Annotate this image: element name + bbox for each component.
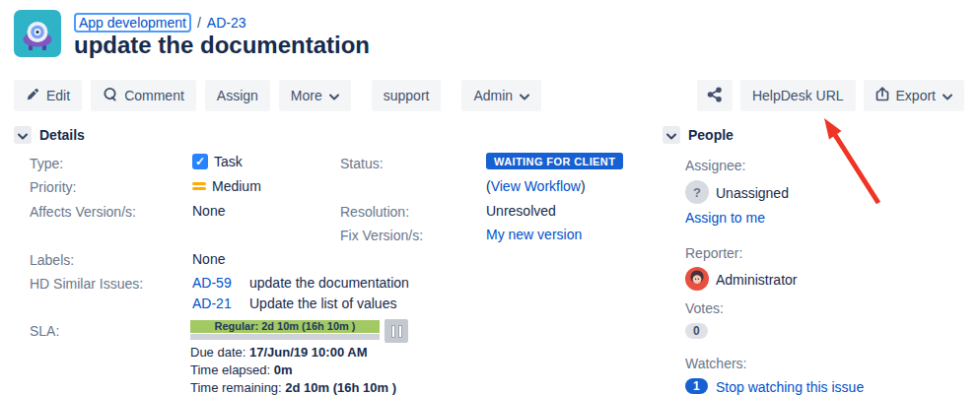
people-section-header: People: [663, 126, 734, 144]
admin-button[interactable]: Admin: [461, 80, 541, 111]
export-button-label: Export: [896, 88, 936, 103]
votes-count-badge[interactable]: 0: [685, 323, 708, 339]
time-remaining-row: Time remaining: 2d 10m (16h 10m ): [190, 380, 396, 395]
assign-button-label: Assign: [217, 88, 258, 103]
collapse-people-button[interactable]: [663, 126, 680, 144]
watchers-label: Watchers:: [685, 356, 747, 371]
comment-button[interactable]: Comment: [91, 80, 196, 111]
chevron-down-icon: [520, 88, 529, 103]
time-remaining-value: 2d 10m (16h 10m ): [285, 380, 396, 395]
due-date-row: Due date: 17/Jun/19 10:00 AM: [190, 345, 367, 360]
chevron-down-icon: [666, 126, 676, 144]
stop-watching-link[interactable]: Stop watching this issue: [716, 379, 864, 395]
reporter-value: Administrator: [716, 272, 797, 288]
view-workflow: (View Workflow): [486, 178, 586, 194]
sla-pause-icon[interactable]: [385, 319, 408, 343]
collapse-details-button[interactable]: [14, 126, 32, 144]
chevron-down-icon: [943, 88, 952, 103]
similar-issue-summary: update the documentation: [249, 275, 409, 291]
fix-version-link[interactable]: My new version: [486, 227, 582, 242]
assign-to-me-link[interactable]: Assign to me: [685, 210, 765, 226]
view-workflow-link[interactable]: View Workflow: [491, 178, 581, 194]
status-label: Status:: [340, 156, 384, 171]
affects-version-label: Affects Version/s:: [30, 204, 136, 220]
type-value: ✓ Task: [192, 154, 243, 169]
unassigned-avatar-icon: ?: [685, 180, 709, 204]
affects-version-value: None: [192, 203, 225, 219]
helpdesk-url-button[interactable]: HelpDesk URL: [740, 80, 856, 111]
assignee-label: Assignee:: [685, 158, 745, 173]
votes-label: Votes:: [685, 300, 724, 316]
similar-issue-key-link[interactable]: AD-21: [192, 296, 232, 311]
comment-button-label: Comment: [124, 88, 184, 103]
assign-button[interactable]: Assign: [205, 80, 270, 111]
export-button[interactable]: Export: [864, 80, 964, 111]
sla-widget: Regular: 2d 10m (16h 10m ): [190, 320, 380, 340]
priority-label: Priority:: [30, 179, 76, 195]
time-remaining-label: Time remaining:: [190, 380, 285, 395]
page-title: update the documentation: [74, 32, 370, 59]
support-button[interactable]: support: [372, 80, 442, 111]
similar-issue-key-link[interactable]: AD-59: [192, 275, 232, 291]
workflow-paren-close: ): [581, 178, 586, 194]
time-elapsed-row: Time elapsed: 0m: [190, 362, 293, 377]
reporter-avatar: [685, 267, 709, 295]
priority-medium-icon: [192, 181, 206, 191]
helpdesk-url-button-label: HelpDesk URL: [752, 88, 844, 103]
similar-issue-summary: Update the list of values: [249, 296, 396, 311]
assignee-value: Unassigned: [716, 185, 789, 201]
resolution-label: Resolution:: [340, 204, 409, 220]
toolbar-right: HelpDesk URL Export: [697, 80, 964, 111]
sla-progress-track: [190, 334, 380, 340]
task-type-icon: ✓: [192, 154, 208, 169]
admin-button-label: Admin: [473, 88, 513, 103]
project-avatar-icon: [14, 10, 61, 57]
sla-progress-bar: Regular: 2d 10m (16h 10m ): [190, 320, 380, 333]
annotation-arrow-icon: [0, 0, 980, 395]
type-label: Type:: [30, 156, 63, 171]
breadcrumb-project-link[interactable]: App development: [74, 13, 191, 33]
time-elapsed-value: 0m: [274, 362, 293, 377]
comment-bubble-icon: [103, 87, 117, 104]
support-button-label: support: [384, 88, 430, 103]
more-button[interactable]: More: [279, 80, 351, 111]
details-section-header: Details: [14, 126, 85, 144]
priority-value-text: Medium: [212, 178, 261, 194]
details-section-title: Details: [39, 127, 85, 143]
people-section-title: People: [688, 127, 734, 143]
fix-version-label: Fix Version/s:: [340, 228, 423, 243]
due-date-label: Due date:: [190, 345, 249, 360]
hd-similar-issues-label: HD Similar Issues:: [30, 276, 143, 292]
breadcrumb-separator: /: [197, 15, 201, 31]
more-button-label: More: [291, 88, 322, 103]
export-icon: [875, 87, 889, 104]
share-icon: [707, 87, 723, 105]
status-badge: WAITING FOR CLIENT: [486, 153, 623, 169]
edit-button-label: Edit: [46, 88, 70, 103]
sla-label: SLA:: [30, 323, 59, 339]
chevron-down-icon: [329, 88, 339, 103]
issue-view-page: App development / AD-23 update the docum…: [0, 0, 980, 395]
reporter-label: Reporter:: [685, 245, 742, 261]
share-button[interactable]: [697, 80, 733, 111]
pencil-icon: [26, 88, 39, 104]
labels-label: Labels:: [30, 252, 74, 268]
breadcrumb: App development / AD-23: [74, 13, 246, 33]
due-date-value: 17/Jun/19 10:00 AM: [249, 345, 367, 360]
edit-button[interactable]: Edit: [14, 80, 82, 111]
priority-value: Medium: [192, 178, 261, 194]
breadcrumb-issue-link[interactable]: AD-23: [207, 15, 246, 31]
time-elapsed-label: Time elapsed:: [190, 362, 274, 377]
chevron-down-icon: [18, 126, 28, 144]
watchers-count-badge[interactable]: 1: [685, 378, 708, 394]
toolbar: Edit Comment Assign More support Admin: [14, 80, 541, 111]
resolution-value: Unresolved: [486, 203, 556, 219]
type-value-text: Task: [214, 154, 243, 169]
labels-value: None: [192, 251, 225, 267]
